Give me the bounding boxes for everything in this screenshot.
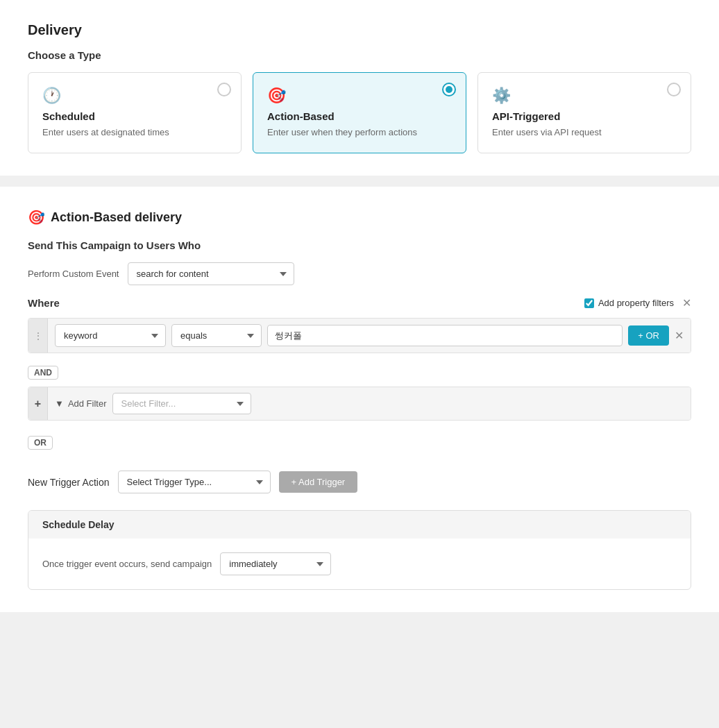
drag-handle[interactable]: ⋮ [28, 319, 48, 353]
gear-icon: ⚙️ [492, 87, 677, 105]
target-icon: 🎯 [267, 87, 452, 105]
where-header: Where Add property filters ✕ [28, 296, 691, 310]
delivery-title: Delivery [28, 22, 691, 38]
type-card-scheduled[interactable]: 🕐 Scheduled Enter users at designated ti… [28, 72, 242, 153]
schedule-delay-container: Schedule Delay Once trigger event occurs… [28, 510, 691, 590]
or-badge-container: OR [28, 429, 691, 457]
api-triggered-desc: Enter users via API request [492, 126, 677, 139]
schedule-delay-header: Schedule Delay [28, 511, 691, 539]
add-property-filters-label: Add property filters [598, 298, 674, 308]
once-trigger-label: Once trigger event occurs, send campaign [42, 559, 212, 569]
new-trigger-label: New Trigger Action [28, 477, 110, 488]
drag-dots-icon: ⋮ [33, 330, 43, 341]
filter-property-select[interactable]: keyword [55, 324, 166, 347]
add-filter-inner: ▼ Add Filter Select Filter... [48, 387, 691, 420]
or-button-label: + OR [638, 330, 659, 341]
and-badge-text: AND [28, 366, 58, 380]
action-based-icon: 🎯 [28, 209, 45, 226]
filter-funnel-icon: ▼ [55, 398, 64, 409]
close-property-filters-icon[interactable]: ✕ [682, 296, 691, 310]
where-title: Where [28, 297, 60, 309]
scheduled-desc: Enter users at designated times [42, 126, 227, 139]
add-filter-plus-handle[interactable]: + [28, 387, 48, 420]
trigger-row: New Trigger Action Select Trigger Type..… [28, 471, 691, 493]
trigger-type-select[interactable]: Select Trigger Type... [118, 471, 271, 493]
delivery-section: Delivery Choose a Type 🕐 Scheduled Enter… [0, 0, 719, 176]
type-card-action-based[interactable]: 🎯 Action-Based Enter user when they perf… [253, 72, 466, 153]
add-property-filters-checkbox[interactable] [584, 298, 594, 308]
filter-value-input[interactable] [267, 325, 623, 346]
filter-select-dropdown[interactable]: Select Filter... [112, 393, 251, 414]
filter-operator-select[interactable]: equals [171, 324, 262, 347]
type-cards-container: 🕐 Scheduled Enter users at designated ti… [28, 72, 691, 153]
clock-icon: 🕐 [42, 87, 227, 105]
or-badge-text: OR [28, 436, 53, 450]
or-button[interactable]: + OR [628, 325, 669, 346]
add-trigger-label: + Add Trigger [291, 477, 346, 487]
campaign-label: Send This Campaign to Users Who [28, 239, 691, 251]
action-based-header: 🎯 Action-Based delivery [28, 209, 691, 226]
api-triggered-title: API-Triggered [492, 110, 677, 122]
immediately-select[interactable]: immediately [220, 552, 331, 575]
filter-inner: keyword equals + OR ✕ [48, 319, 691, 353]
scheduled-title: Scheduled [42, 110, 227, 122]
add-trigger-button[interactable]: + Add Trigger [279, 471, 358, 493]
add-filter-row-container: + ▼ Add Filter Select Filter... [28, 387, 691, 421]
radio-scheduled[interactable] [217, 83, 231, 96]
delete-filter-icon[interactable]: ✕ [675, 329, 684, 342]
action-based-desc: Enter user when they perform actions [267, 126, 452, 139]
action-based-header-text: Action-Based delivery [51, 210, 182, 225]
and-badge: AND [28, 359, 691, 387]
choose-type-label: Choose a Type [28, 49, 691, 61]
event-select[interactable]: search for content [128, 262, 294, 285]
action-based-title: Action-Based [267, 110, 452, 122]
schedule-delay-body: Once trigger event occurs, send campaign… [28, 539, 691, 589]
add-filter-text: Add Filter [68, 398, 107, 409]
type-card-api-triggered[interactable]: ⚙️ API-Triggered Enter users via API req… [477, 72, 691, 153]
filter-row-container: ⋮ keyword equals + OR ✕ [28, 318, 691, 353]
perform-event-label: Perform Custom Event [28, 269, 119, 279]
add-property-filters-container: Add property filters ✕ [584, 296, 691, 310]
radio-api-triggered[interactable] [667, 83, 681, 96]
radio-action-based[interactable] [442, 83, 456, 96]
action-based-section: 🎯 Action-Based delivery Send This Campai… [0, 187, 719, 612]
perform-event-row: Perform Custom Event search for content [28, 262, 691, 285]
plus-icon: + [35, 398, 41, 410]
add-filter-label: ▼ Add Filter [55, 398, 107, 409]
